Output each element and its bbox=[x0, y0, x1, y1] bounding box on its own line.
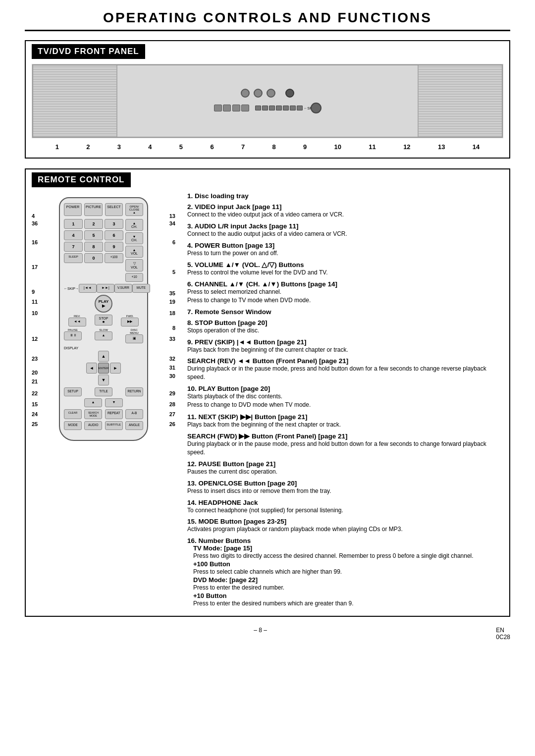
title-btn[interactable]: TITLE bbox=[95, 387, 112, 396]
desc-body-4: Press to turn the power on and off. bbox=[187, 249, 503, 258]
down2-btn[interactable]: ▼ bbox=[105, 398, 123, 407]
enter-btn[interactable]: ENTER bbox=[98, 363, 109, 374]
plus100-btn[interactable]: +100 bbox=[105, 253, 123, 263]
left-arrow[interactable]: ◄ bbox=[86, 363, 97, 374]
main-title: OPERATING CONTROLS AND FUNCTIONS bbox=[25, 10, 510, 31]
vol-dn-btn[interactable]: ▽VOL bbox=[125, 259, 143, 271]
setup-btn[interactable]: SETUP bbox=[64, 387, 82, 396]
label-6: 6 bbox=[172, 239, 175, 245]
desc-body-15: Activates program playback or random pla… bbox=[187, 525, 503, 534]
front-panel-image: ←SFA→ bbox=[32, 64, 503, 138]
desc-title-8: 8. STOP Button [page 20] bbox=[187, 319, 503, 326]
label-8: 8 bbox=[172, 325, 175, 331]
clear-btn[interactable]: CLEAR bbox=[64, 409, 82, 419]
phones-btn bbox=[297, 106, 303, 110]
open-close-btn[interactable]: OPEN/CLOSE▲ bbox=[125, 203, 143, 216]
panel-num-13: 13 bbox=[438, 143, 445, 151]
angle-btn[interactable]: ANGLE bbox=[125, 421, 143, 430]
picture-btn[interactable]: PICTURE bbox=[84, 203, 103, 216]
desc-title-search-fwd: SEARCH (FWD) ▶▶ Button (Front Panel) [pa… bbox=[187, 432, 503, 440]
panel-num-7: 7 bbox=[241, 143, 245, 151]
panel-num-4: 4 bbox=[148, 143, 152, 151]
mode-btn[interactable]: MODE bbox=[64, 421, 82, 430]
remote-drawing-column: 4 36 16 17 9 11 10 12 23 20 21 22 15 24 bbox=[32, 192, 175, 611]
transport-row: REV. ◄◄ STOP■ FWD. ▶▶ bbox=[64, 315, 143, 326]
section2-header: REMOTE CONTROL bbox=[32, 172, 131, 187]
desc-item-1: 1. Disc loading tray bbox=[187, 192, 503, 200]
search-mode-btn[interactable]: SEARCHMODE bbox=[84, 409, 102, 419]
label-36: 36 bbox=[32, 220, 38, 226]
skip-label: ←SKIP→ bbox=[64, 287, 79, 290]
desc-title-search-rev: SEARCH (REV) ◄◄ Button (Front Panel) [pa… bbox=[187, 357, 503, 365]
label-4: 4 bbox=[32, 213, 35, 219]
headphone-jack bbox=[311, 103, 321, 113]
tv-mode-body: Press two digits to directly access the … bbox=[193, 552, 503, 560]
num-0-btn[interactable]: 0 bbox=[84, 253, 103, 263]
num-3-btn[interactable]: 3 bbox=[105, 219, 123, 229]
num-7-btn[interactable]: 7 bbox=[64, 242, 83, 252]
power-btn[interactable]: POWER bbox=[64, 203, 82, 216]
sleep-btn[interactable]: SLEEP bbox=[64, 253, 83, 263]
desc-title-12: 12. PAUSE Button [page 21] bbox=[187, 460, 503, 468]
num-1-btn[interactable]: 1 bbox=[64, 219, 83, 229]
ab-btn[interactable]: A-B bbox=[125, 409, 143, 419]
num-4-btn[interactable]: 4 bbox=[64, 230, 83, 240]
desc-body-11: Plays back from the beginning of the nex… bbox=[187, 421, 503, 429]
down-arrow[interactable]: ▼ bbox=[98, 375, 109, 385]
ch-dn-btn[interactable]: ▼CH. bbox=[125, 232, 143, 244]
remote-with-labels: 4 36 16 17 9 11 10 12 23 20 21 22 15 24 bbox=[32, 192, 175, 440]
right-arrow[interactable]: ► bbox=[110, 363, 121, 374]
fwd-btn[interactable]: ▶▶ bbox=[121, 318, 139, 326]
num-9-btn[interactable]: 9 bbox=[105, 242, 123, 252]
slow-btn[interactable]: ▲ bbox=[95, 331, 112, 340]
panel-num-12: 12 bbox=[403, 143, 410, 151]
num-8-btn[interactable]: 8 bbox=[84, 242, 103, 252]
plus10-btn[interactable]: +10 bbox=[125, 273, 143, 282]
desc-body-8: Stops operation of the disc. bbox=[187, 326, 503, 335]
mute-btn[interactable]: MUTE bbox=[132, 284, 150, 293]
play-big-btn[interactable]: PLAY▶ bbox=[95, 295, 112, 313]
select-btn[interactable]: SELECT bbox=[105, 203, 123, 216]
panel-num-11: 11 bbox=[369, 143, 375, 151]
right-labels: 13 34 6 5 35 19 18 8 33 32 31 30 29 28 bbox=[160, 192, 175, 440]
desc-body-3: Connect to the audio output jacks of a v… bbox=[187, 230, 503, 238]
desc-body-search-rev: During playback or in the pause mode, pr… bbox=[187, 365, 503, 381]
desc-body-5: Press to control the volume level for th… bbox=[187, 269, 503, 277]
vsurr-btn[interactable]: V.SURR bbox=[114, 284, 132, 293]
ch-up-btn[interactable]: ▲CH. bbox=[125, 219, 143, 231]
desc-item-2: 2. VIDEO input Jack [page 11] Connect to… bbox=[187, 203, 503, 219]
next-skip-btn[interactable]: ►►| bbox=[97, 284, 114, 293]
numpad-row1: 1 2 3 bbox=[64, 219, 123, 229]
panel-num-3: 3 bbox=[117, 143, 121, 151]
plus10-title: +10 Button bbox=[193, 592, 503, 599]
fwd-col: FWD. ▶▶ bbox=[121, 315, 139, 326]
label-30: 30 bbox=[169, 373, 175, 379]
desc-item-14: 14. HEADPHONE Jack To connect headphone … bbox=[187, 499, 503, 515]
label-5: 5 bbox=[172, 269, 175, 275]
num-5-btn[interactable]: 5 bbox=[84, 230, 103, 240]
prev-skip-btn[interactable]: |◄◄ bbox=[79, 284, 97, 293]
pause-big-btn[interactable]: ⏸ II bbox=[64, 331, 82, 340]
subtitle-btn[interactable]: SUBTITLE bbox=[105, 421, 123, 430]
return-btn[interactable]: RETURN bbox=[125, 387, 143, 396]
setup-row: SETUP TITLE RETURN bbox=[64, 387, 143, 396]
vol-up bbox=[214, 105, 222, 111]
num-2-btn[interactable]: 2 bbox=[84, 219, 103, 229]
up2-btn[interactable]: ▲ bbox=[84, 398, 102, 407]
audio-btn[interactable]: AUDIO bbox=[84, 421, 102, 430]
label-24: 24 bbox=[32, 411, 38, 417]
up-arrow[interactable]: ▲ bbox=[98, 351, 109, 362]
footer-right: EN0C28 bbox=[496, 627, 510, 641]
disc-menu-btn[interactable]: ▣ bbox=[125, 334, 143, 343]
rev-btn[interactable]: ◄◄ bbox=[68, 318, 86, 326]
vol-up-btn[interactable]: ▲VOL bbox=[125, 246, 143, 258]
front-panel-section: TV/DVD FRONT PANEL bbox=[25, 40, 510, 159]
repeat-btn[interactable]: REPEAT bbox=[105, 409, 123, 419]
stop-big-btn[interactable]: STOP■ bbox=[95, 315, 112, 325]
prev-btn bbox=[262, 106, 268, 110]
desc-body-10: Starts playback of the disc contents.Pre… bbox=[187, 392, 503, 409]
num-6-btn[interactable]: 6 bbox=[105, 230, 123, 240]
ud-row: ▲ ▼ bbox=[64, 398, 143, 407]
label-32: 32 bbox=[169, 356, 175, 362]
play-btn bbox=[269, 106, 275, 110]
